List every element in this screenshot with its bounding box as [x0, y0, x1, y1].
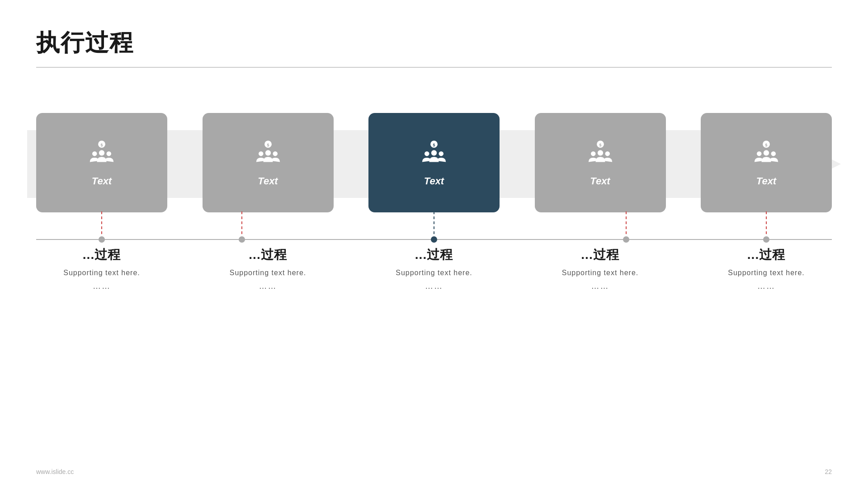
supporting-text-5: Supporting text here.	[701, 269, 832, 277]
svg-point-20	[605, 151, 610, 156]
svg-point-10	[273, 151, 278, 156]
page-title: 执行过程	[36, 27, 832, 59]
svg-point-35	[623, 236, 629, 243]
svg-point-33	[239, 236, 245, 243]
dots-3: ……	[368, 282, 500, 291]
dots-5: ……	[701, 282, 832, 291]
supporting-text-1: Supporting text here.	[36, 269, 167, 277]
svg-point-34	[431, 236, 437, 243]
bottom-item-5: ...过程 Supporting text here. ……	[701, 246, 832, 291]
timeline	[36, 235, 832, 244]
process-title-3: ...过程	[368, 246, 500, 263]
svg-point-8	[265, 150, 270, 155]
svg-point-25	[771, 151, 776, 156]
cards-container: $ Text $	[36, 113, 832, 212]
svg-point-36	[763, 236, 769, 243]
process-title-5: ...过程	[701, 246, 832, 263]
svg-point-14	[425, 151, 429, 156]
svg-text:$: $	[433, 143, 435, 147]
svg-point-13	[431, 150, 437, 155]
bottom-item-2: ...过程 Supporting text here. ……	[203, 246, 334, 291]
card-2: $ Text	[203, 113, 334, 212]
bottom-content: ...过程 Supporting text here. …… ...过程 Sup…	[36, 246, 832, 291]
svg-point-19	[591, 151, 596, 156]
svg-point-4	[92, 151, 97, 156]
svg-point-32	[99, 236, 105, 243]
svg-text:$: $	[599, 143, 601, 147]
svg-text:$: $	[101, 143, 103, 147]
card-5: $ Text	[701, 113, 832, 212]
footer-url: www.islide.cc	[36, 468, 74, 475]
group-icon-5: $	[750, 138, 782, 170]
card-3-label: Text	[424, 175, 444, 187]
svg-point-9	[259, 151, 264, 156]
svg-point-18	[597, 150, 603, 155]
bottom-item-1: ...过程 Supporting text here. ……	[36, 246, 167, 291]
card-1-label: Text	[92, 175, 112, 187]
group-icon-4: $	[585, 138, 616, 170]
svg-text:$: $	[267, 143, 269, 147]
svg-text:$: $	[765, 143, 768, 147]
svg-point-15	[439, 151, 444, 156]
connector-lines	[36, 211, 832, 239]
bottom-item-3: ...过程 Supporting text here. ……	[368, 246, 500, 291]
card-3: $ Text	[368, 113, 500, 212]
supporting-text-4: Supporting text here.	[535, 269, 666, 277]
card-1: $ Text	[36, 113, 167, 212]
supporting-text-3: Supporting text here.	[368, 269, 500, 277]
footer-page: 22	[825, 468, 832, 475]
card-4-label: Text	[590, 175, 610, 187]
card-4: $ Text	[535, 113, 666, 212]
group-icon-1: $	[86, 138, 118, 170]
group-icon-2: $	[252, 138, 284, 170]
page-header: 执行过程	[36, 27, 832, 68]
page-footer: www.islide.cc 22	[36, 468, 832, 475]
title-underline	[36, 67, 832, 68]
svg-point-23	[764, 150, 769, 155]
svg-point-24	[757, 151, 762, 156]
svg-point-3	[99, 150, 104, 155]
dots-4: ……	[535, 282, 666, 291]
dots-2: ……	[203, 282, 334, 291]
process-title-1: ...过程	[36, 246, 167, 263]
bottom-item-4: ...过程 Supporting text here. ……	[535, 246, 666, 291]
process-title-4: ...过程	[535, 246, 666, 263]
supporting-text-2: Supporting text here.	[203, 269, 334, 277]
card-5-label: Text	[756, 175, 776, 187]
svg-point-5	[107, 151, 112, 156]
dots-1: ……	[36, 282, 167, 291]
process-title-2: ...过程	[203, 246, 334, 263]
card-2-label: Text	[258, 175, 278, 187]
group-icon-3: $	[418, 138, 450, 170]
